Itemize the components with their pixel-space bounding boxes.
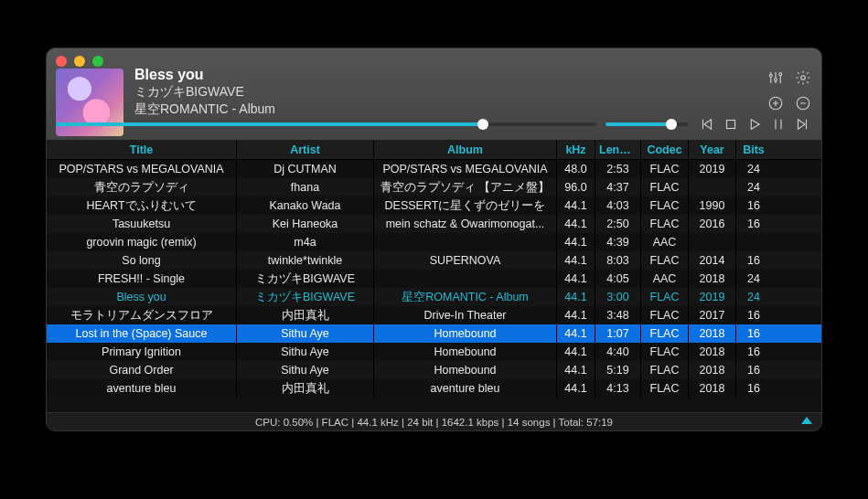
table-row[interactable]: groovin magic (remix)m4a44.14:39AAC xyxy=(47,233,821,251)
cell-bits: 16 xyxy=(736,324,771,343)
col-length[interactable]: Length xyxy=(595,140,641,159)
cell-album: 星空ROMANTIC - Album xyxy=(374,288,557,306)
cell-bits: 24 xyxy=(736,160,771,178)
now-playing-artist: ミカヅキBIGWAVE xyxy=(134,83,812,101)
cell-title: aventure bleu xyxy=(47,379,237,398)
cell-bits: 16 xyxy=(736,306,771,324)
cell-title: Primary Ignition xyxy=(47,343,237,361)
table-row[interactable]: Lost in the (Space) SauceSithu AyeHomebo… xyxy=(47,324,821,343)
cell-codec: FLAC xyxy=(641,178,689,196)
cell-bits: 16 xyxy=(736,343,771,361)
col-codec[interactable]: Codec xyxy=(641,140,689,159)
cell-length: 5:19 xyxy=(595,361,641,379)
cell-year: 2019 xyxy=(689,288,736,306)
cell-khz: 44.1 xyxy=(557,324,595,343)
volume-slider[interactable] xyxy=(605,122,688,126)
cell-khz: 44.1 xyxy=(557,361,595,379)
close-window-button[interactable] xyxy=(56,56,67,67)
table-body[interactable]: POP/STARS vs MEGALOVANIADj CUTMANPOP/STA… xyxy=(47,160,821,412)
svg-point-1 xyxy=(775,79,777,81)
col-year[interactable]: Year xyxy=(689,140,736,159)
zoom-window-button[interactable] xyxy=(92,56,103,67)
cell-title: モラトリアムダンスフロア xyxy=(47,306,237,324)
cell-codec: FLAC xyxy=(641,324,689,343)
cell-codec: FLAC xyxy=(641,196,689,215)
col-bits[interactable]: Bits xyxy=(736,140,771,159)
table-row[interactable]: Bless youミカヅキBIGWAVE星空ROMANTIC - Album44… xyxy=(47,288,821,306)
now-playing-title: Bless you xyxy=(134,67,812,83)
stop-icon[interactable] xyxy=(721,114,741,134)
cell-khz: 44.1 xyxy=(557,233,595,251)
cell-codec: AAC xyxy=(641,270,689,288)
cell-year: 2018 xyxy=(689,324,736,343)
expand-up-icon[interactable] xyxy=(801,417,812,424)
add-icon[interactable] xyxy=(766,94,785,112)
play-icon[interactable] xyxy=(745,114,765,134)
previous-track-icon[interactable] xyxy=(697,114,717,134)
seek-slider[interactable] xyxy=(56,122,596,126)
cell-codec: FLAC xyxy=(641,288,689,306)
gear-icon[interactable] xyxy=(794,69,812,87)
cell-year xyxy=(689,178,736,196)
cell-title: POP/STARS vs MEGALOVANIA xyxy=(47,160,237,178)
table-row[interactable]: Grand OrderSithu AyeHomebound44.15:19FLA… xyxy=(47,361,821,379)
cell-album: SUPERNOVA xyxy=(374,251,557,270)
next-track-icon[interactable] xyxy=(792,114,812,134)
cell-year: 1990 xyxy=(689,196,736,215)
cell-title: Bless you xyxy=(47,288,237,306)
cell-bits: 16 xyxy=(736,361,771,379)
cell-album: DESSERTに星くずのゼリーを xyxy=(374,196,557,215)
volume-knob[interactable] xyxy=(666,119,677,130)
col-title[interactable]: Title xyxy=(47,140,237,159)
status-bar: CPU: 0.50% | FLAC | 44.1 kHz | 24 bit | … xyxy=(47,412,821,430)
cell-artist: Dj CUTMAN xyxy=(237,160,374,178)
cell-length: 4:37 xyxy=(595,178,641,196)
minimize-window-button[interactable] xyxy=(74,56,85,67)
cell-artist: Kei Haneoka xyxy=(237,215,374,233)
cell-title: Lost in the (Space) Sauce xyxy=(47,324,237,343)
window-traffic-lights xyxy=(56,56,103,67)
seek-knob[interactable] xyxy=(477,119,488,130)
cell-artist: fhana xyxy=(237,178,374,196)
table-row[interactable]: HEARTでふりむいてKanako WadaDESSERTに星くずのゼリーを44… xyxy=(47,196,821,215)
cell-khz: 44.1 xyxy=(557,251,595,270)
table-header[interactable]: Title Artist Album kHz Length Codec Year… xyxy=(47,140,821,160)
cell-bits: 24 xyxy=(736,270,771,288)
svg-point-0 xyxy=(769,74,772,77)
cell-khz: 44.1 xyxy=(557,306,595,324)
cell-khz: 44.1 xyxy=(557,288,595,306)
svg-point-3 xyxy=(801,76,806,80)
cell-codec: FLAC xyxy=(641,215,689,233)
table-row[interactable]: POP/STARS vs MEGALOVANIADj CUTMANPOP/STA… xyxy=(47,160,821,178)
cell-codec: FLAC xyxy=(641,343,689,361)
cell-length: 4:05 xyxy=(595,270,641,288)
col-khz[interactable]: kHz xyxy=(557,140,595,159)
remove-icon[interactable] xyxy=(794,94,812,112)
col-album[interactable]: Album xyxy=(374,140,557,159)
cell-codec: FLAC xyxy=(641,160,689,178)
table-row[interactable]: Primary IgnitionSithu AyeHomebound44.14:… xyxy=(47,343,821,361)
cell-year: 2018 xyxy=(689,361,736,379)
cell-artist: 内田真礼 xyxy=(237,306,374,324)
cell-title: So long xyxy=(47,251,237,270)
volume-fill xyxy=(605,122,671,126)
cell-year: 2017 xyxy=(689,306,736,324)
cell-khz: 96.0 xyxy=(557,178,595,196)
equalizer-icon[interactable] xyxy=(766,69,785,87)
cell-codec: FLAC xyxy=(641,251,689,270)
pause-icon[interactable] xyxy=(768,114,788,134)
col-artist[interactable]: Artist xyxy=(237,140,374,159)
cell-length: 3:48 xyxy=(595,306,641,324)
table-row[interactable]: So longtwinkle*twinkleSUPERNOVA44.18:03F… xyxy=(47,251,821,270)
table-row[interactable]: 青空のラプソディfhana青空のラプソディ 【アニメ盤】96.04:37FLAC… xyxy=(47,178,821,196)
cell-length: 4:40 xyxy=(595,343,641,361)
table-row[interactable]: FRESH!! - SingleミカヅキBIGWAVE44.14:05AAC20… xyxy=(47,270,821,288)
cell-length: 4:13 xyxy=(595,379,641,398)
cell-codec: AAC xyxy=(641,233,689,251)
cell-codec: FLAC xyxy=(641,361,689,379)
cell-length: 3:00 xyxy=(595,288,641,306)
table-row[interactable]: TasuuketsuKei Haneokamein schatz & Owari… xyxy=(47,215,821,233)
table-row[interactable]: モラトリアムダンスフロア内田真礼Drive-In Theater44.13:48… xyxy=(47,306,821,324)
cell-album: POP/STARS vs MEGALOVANIA xyxy=(374,160,557,178)
table-row[interactable]: aventure bleu内田真礼aventure bleu44.14:13FL… xyxy=(47,379,821,398)
